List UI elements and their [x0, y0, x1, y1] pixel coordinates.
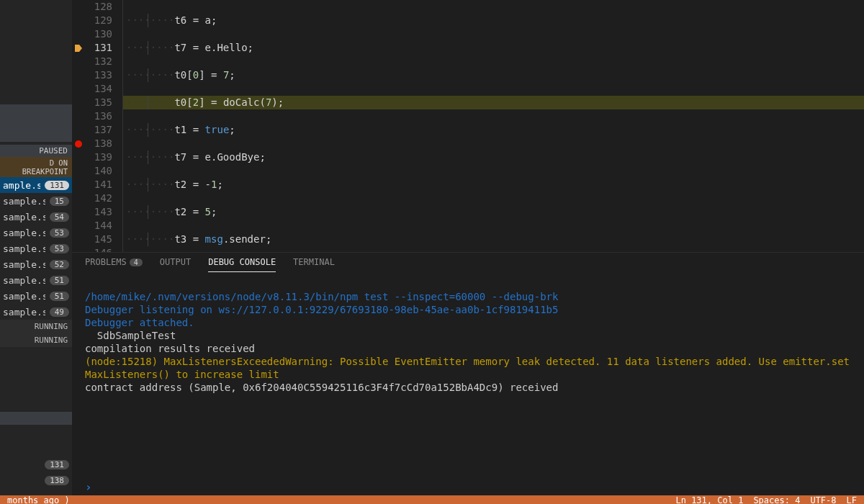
debug-console-input-prompt[interactable]: ›	[72, 479, 864, 497]
tab-output[interactable]: OUTPUT	[160, 256, 191, 269]
callstack-frame[interactable]: sample.sol 53	[0, 240, 72, 256]
status-bar: months ago ) Ln 131, Col 1 Spaces: 4 UTF…	[0, 495, 864, 504]
callstack-frame[interactable]: sample.sol 51	[0, 288, 72, 304]
tab-terminal[interactable]: TERMINAL	[293, 256, 335, 269]
breakpoint-line-badge: 131	[45, 460, 69, 469]
callstack-frame[interactable]: sample.sol 15	[0, 193, 72, 209]
status-cursor-position[interactable]: Ln 131, Col 1	[675, 495, 743, 504]
bottom-panel: PROBLEMS4 OUTPUT DEBUG CONSOLE TERMINAL …	[72, 252, 864, 497]
tab-debug-console[interactable]: DEBUG CONSOLE	[208, 256, 276, 269]
callstack-frame[interactable]: sample.sol 53	[0, 225, 72, 240]
thread-status-reason: D ON BREAKPOINT	[0, 157, 72, 177]
status-indentation[interactable]: Spaces: 4	[753, 495, 800, 504]
breakpoints-header[interactable]	[0, 412, 72, 425]
callstack-file: ample.sol	[3, 180, 40, 191]
debug-console-output[interactable]: /home/mike/.nvm/versions/node/v8.11.3/bi…	[72, 273, 864, 479]
breakpoint-line-badge: 138	[45, 476, 69, 485]
execution-pointer-icon	[75, 45, 82, 52]
line-number-gutter[interactable]: 128 129 130 131 132 133 134 135 136 137 …	[72, 0, 122, 252]
thread-running: RUNNING	[0, 320, 72, 333]
breakpoint-icon[interactable]	[75, 140, 82, 148]
status-left: months ago )	[7, 495, 70, 504]
sidebar-section-header[interactable]	[0, 104, 72, 142]
tab-problems[interactable]: PROBLEMS4	[85, 256, 143, 269]
thread-status-paused: PAUSED	[0, 145, 72, 157]
thread-running: RUNNING	[0, 333, 72, 347]
debug-sidebar: PAUSED D ON BREAKPOINT ample.sol 131 sam…	[0, 0, 72, 504]
callstack-frame[interactable]: sample.sol 51	[0, 272, 72, 288]
breakpoint-item[interactable]: 138	[0, 472, 72, 488]
panel-tabs: PROBLEMS4 OUTPUT DEBUG CONSOLE TERMINAL	[72, 253, 864, 273]
problems-count-badge: 4	[130, 258, 143, 266]
callstack-frame[interactable]: sample.sol 49	[0, 304, 72, 320]
callstack-frame[interactable]: sample.sol 52	[0, 256, 72, 272]
status-encoding[interactable]: UTF-8	[810, 495, 836, 504]
status-eol[interactable]: LF	[847, 495, 857, 504]
breakpoint-item[interactable]: 131	[0, 456, 72, 472]
breakpoints-section: 131 138	[0, 412, 72, 488]
current-execution-line: ········t0[2] = doCalc(7);	[123, 96, 864, 109]
callstack-line-badge: 131	[45, 181, 69, 190]
callstack-frame[interactable]: ample.sol 131	[0, 177, 72, 193]
code-editor[interactable]: 128 129 130 131 132 133 134 135 136 137 …	[72, 0, 864, 252]
code-area[interactable]: ········t6 = a; ········t7 = e.Hello; ··…	[122, 0, 864, 252]
callstack-frame[interactable]: sample.sol 54	[0, 209, 72, 225]
